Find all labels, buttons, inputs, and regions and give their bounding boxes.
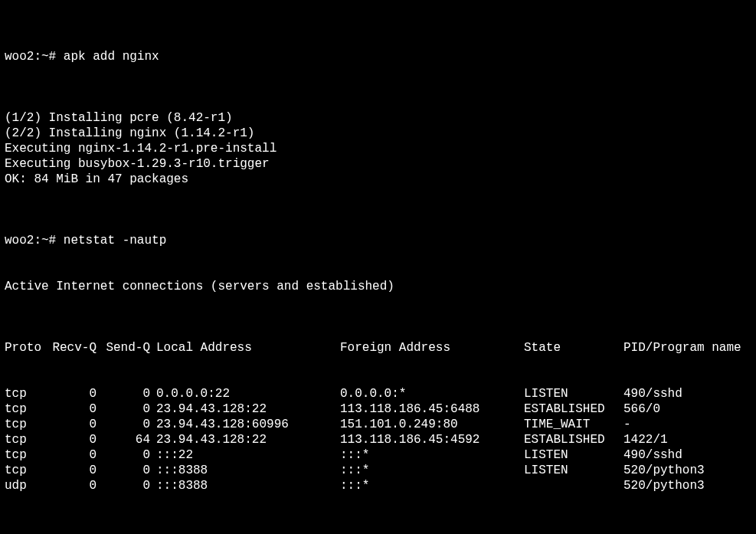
cell-foreign: :::* — [340, 463, 524, 478]
cell-state: LISTEN — [524, 463, 623, 478]
col-recvq: Recv-Q — [47, 340, 97, 355]
table-row: tcp000.0.0.0:220.0.0.0:*LISTEN490/sshd — [5, 386, 751, 401]
cell-local: 0.0.0.0:22 — [150, 386, 340, 401]
cell-foreign: 113.118.186.45:6488 — [340, 401, 524, 417]
cell-sendq: 0 — [97, 447, 150, 463]
table-row: tcp0023.94.43.128:22113.118.186.45:6488E… — [5, 401, 751, 417]
cell-proto: tcp — [5, 447, 47, 463]
cell-foreign: 113.118.186.45:4592 — [340, 432, 524, 447]
cell-sendq: 64 — [97, 432, 150, 447]
cell-local: 23.94.43.128:60996 — [150, 417, 340, 432]
cell-proto: tcp — [5, 432, 47, 447]
cell-state: LISTEN — [524, 386, 623, 401]
cell-foreign: :::* — [340, 447, 524, 463]
cell-pid: - — [623, 417, 751, 432]
prompt: woo2:~# — [5, 234, 64, 247]
cell-local: :::8388 — [150, 478, 340, 493]
table-header: ProtoRecv-QSend-QLocal AddressForeign Ad… — [5, 340, 751, 355]
cell-proto: tcp — [5, 417, 47, 432]
cell-recvq: 0 — [47, 478, 97, 493]
cell-sendq: 0 — [97, 386, 150, 401]
cell-local: :::8388 — [150, 463, 340, 478]
table-row: tcp0023.94.43.128:60996151.101.0.249:80T… — [5, 417, 751, 432]
cell-proto: tcp — [5, 386, 47, 401]
cell-local: :::22 — [150, 447, 340, 463]
cell-foreign: 0.0.0.0:* — [340, 386, 524, 401]
cell-pid: 490/sshd — [623, 447, 751, 463]
cell-pid: 520/python3 — [623, 478, 751, 493]
cell-foreign: :::* — [340, 478, 524, 493]
cell-state: ESTABLISHED — [524, 432, 623, 447]
cell-proto: tcp — [5, 463, 47, 478]
cell-pid: 520/python3 — [623, 463, 751, 478]
col-pid: PID/Program name — [623, 340, 751, 355]
cell-recvq: 0 — [47, 447, 97, 463]
cell-recvq: 0 — [47, 386, 97, 401]
cell-sendq: 0 — [97, 478, 150, 493]
cell-recvq: 0 — [47, 463, 97, 478]
cell-recvq: 0 — [47, 432, 97, 447]
cell-proto: tcp — [5, 401, 47, 417]
col-state: State — [524, 340, 623, 355]
output-line: (1/2) Installing pcre (8.42-r1) — [5, 110, 751, 126]
col-sendq: Send-Q — [97, 340, 150, 355]
cell-local: 23.94.43.128:22 — [150, 401, 340, 417]
netstat-title: Active Internet connections (servers and… — [5, 279, 751, 294]
prompt: woo2:~# — [5, 50, 64, 64]
col-foreign: Foreign Address — [340, 340, 524, 355]
cell-state — [524, 478, 623, 493]
table-row: tcp06423.94.43.128:22113.118.186.45:4592… — [5, 432, 751, 447]
cmd-line: woo2:~# apk add nginx — [5, 49, 751, 64]
table-row: udp00:::8388:::*520/python3 — [5, 478, 751, 493]
command-text: apk add nginx — [64, 50, 159, 64]
table-row: tcp00:::22:::*LISTEN490/sshd — [5, 447, 751, 463]
cell-sendq: 0 — [97, 463, 150, 478]
cell-recvq: 0 — [47, 401, 97, 417]
table-row: tcp00:::8388:::*LISTEN520/python3 — [5, 463, 751, 478]
cmd-line: woo2:~# netstat -nautp — [5, 233, 751, 248]
cell-sendq: 0 — [97, 417, 150, 432]
cell-state: LISTEN — [524, 447, 623, 463]
terminal[interactable]: woo2:~# apk add nginx (1/2) Installing p… — [0, 0, 756, 534]
cell-state: ESTABLISHED — [524, 401, 623, 417]
cell-foreign: 151.101.0.249:80 — [340, 417, 524, 432]
col-proto: Proto — [5, 340, 47, 355]
cell-pid: 1422/1 — [623, 432, 751, 447]
cell-state: TIME_WAIT — [524, 417, 623, 432]
output-line: OK: 84 MiB in 47 packages — [5, 172, 751, 187]
cell-proto: udp — [5, 478, 47, 493]
cell-recvq: 0 — [47, 417, 97, 432]
cell-sendq: 0 — [97, 401, 150, 417]
output-line: Executing busybox-1.29.3-r10.trigger — [5, 156, 751, 172]
output-line: Executing nginx-1.14.2-r1.pre-install — [5, 141, 751, 156]
cell-pid: 566/0 — [623, 401, 751, 417]
output-line: (2/2) Installing nginx (1.14.2-r1) — [5, 126, 751, 141]
cell-pid: 490/sshd — [623, 386, 751, 401]
cell-local: 23.94.43.128:22 — [150, 432, 340, 447]
command-text: netstat -nautp — [64, 234, 166, 247]
col-local: Local Address — [150, 340, 340, 355]
